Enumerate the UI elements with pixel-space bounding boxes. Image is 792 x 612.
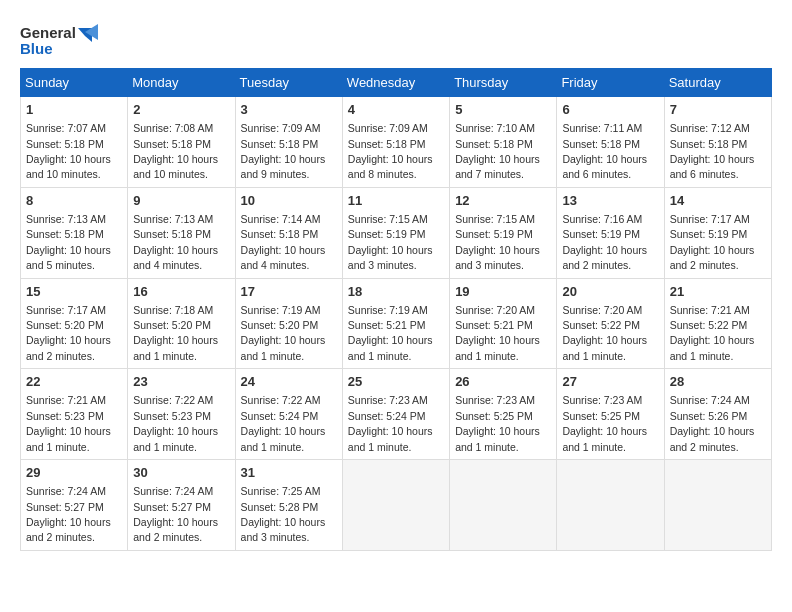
calendar-cell: 3 Sunrise: 7:09 AMSunset: 5:18 PMDayligh… [235,97,342,188]
day-header-tuesday: Tuesday [235,69,342,97]
calendar-cell: 4 Sunrise: 7:09 AMSunset: 5:18 PMDayligh… [342,97,449,188]
day-info: Sunrise: 7:22 AMSunset: 5:23 PMDaylight:… [133,394,218,452]
calendar-cell: 30 Sunrise: 7:24 AMSunset: 5:27 PMDaylig… [128,460,235,551]
day-number: 17 [241,283,337,301]
day-info: Sunrise: 7:18 AMSunset: 5:20 PMDaylight:… [133,304,218,362]
day-number: 1 [26,101,122,119]
page-header: General Blue [20,20,772,64]
day-header-thursday: Thursday [450,69,557,97]
calendar-cell: 24 Sunrise: 7:22 AMSunset: 5:24 PMDaylig… [235,369,342,460]
day-info: Sunrise: 7:13 AMSunset: 5:18 PMDaylight:… [26,213,111,271]
calendar-cell: 9 Sunrise: 7:13 AMSunset: 5:18 PMDayligh… [128,187,235,278]
calendar-cell: 10 Sunrise: 7:14 AMSunset: 5:18 PMDaylig… [235,187,342,278]
day-info: Sunrise: 7:17 AMSunset: 5:19 PMDaylight:… [670,213,755,271]
day-number: 23 [133,373,229,391]
calendar-cell: 22 Sunrise: 7:21 AMSunset: 5:23 PMDaylig… [21,369,128,460]
day-info: Sunrise: 7:25 AMSunset: 5:28 PMDaylight:… [241,485,326,543]
calendar-cell: 12 Sunrise: 7:15 AMSunset: 5:19 PMDaylig… [450,187,557,278]
day-info: Sunrise: 7:24 AMSunset: 5:27 PMDaylight:… [26,485,111,543]
calendar-table: SundayMondayTuesdayWednesdayThursdayFrid… [20,68,772,551]
day-header-sunday: Sunday [21,69,128,97]
day-info: Sunrise: 7:22 AMSunset: 5:24 PMDaylight:… [241,394,326,452]
day-number: 29 [26,464,122,482]
calendar-cell: 28 Sunrise: 7:24 AMSunset: 5:26 PMDaylig… [664,369,771,460]
calendar-cell [557,460,664,551]
calendar-cell: 18 Sunrise: 7:19 AMSunset: 5:21 PMDaylig… [342,278,449,369]
calendar-cell: 8 Sunrise: 7:13 AMSunset: 5:18 PMDayligh… [21,187,128,278]
day-header-saturday: Saturday [664,69,771,97]
day-info: Sunrise: 7:09 AMSunset: 5:18 PMDaylight:… [241,122,326,180]
day-number: 7 [670,101,766,119]
day-header-wednesday: Wednesday [342,69,449,97]
day-number: 8 [26,192,122,210]
calendar-cell: 1 Sunrise: 7:07 AMSunset: 5:18 PMDayligh… [21,97,128,188]
day-number: 2 [133,101,229,119]
day-number: 20 [562,283,658,301]
calendar-cell: 17 Sunrise: 7:19 AMSunset: 5:20 PMDaylig… [235,278,342,369]
svg-text:General: General [20,24,76,41]
day-info: Sunrise: 7:17 AMSunset: 5:20 PMDaylight:… [26,304,111,362]
day-info: Sunrise: 7:20 AMSunset: 5:22 PMDaylight:… [562,304,647,362]
calendar-cell: 23 Sunrise: 7:22 AMSunset: 5:23 PMDaylig… [128,369,235,460]
day-number: 16 [133,283,229,301]
day-number: 12 [455,192,551,210]
day-info: Sunrise: 7:13 AMSunset: 5:18 PMDaylight:… [133,213,218,271]
day-header-monday: Monday [128,69,235,97]
day-info: Sunrise: 7:14 AMSunset: 5:18 PMDaylight:… [241,213,326,271]
day-number: 28 [670,373,766,391]
calendar-cell: 13 Sunrise: 7:16 AMSunset: 5:19 PMDaylig… [557,187,664,278]
day-number: 21 [670,283,766,301]
calendar-cell: 25 Sunrise: 7:23 AMSunset: 5:24 PMDaylig… [342,369,449,460]
day-number: 9 [133,192,229,210]
day-number: 13 [562,192,658,210]
day-number: 15 [26,283,122,301]
day-number: 30 [133,464,229,482]
day-info: Sunrise: 7:24 AMSunset: 5:26 PMDaylight:… [670,394,755,452]
logo: General Blue [20,20,100,64]
day-info: Sunrise: 7:11 AMSunset: 5:18 PMDaylight:… [562,122,647,180]
calendar-week-row: 15 Sunrise: 7:17 AMSunset: 5:20 PMDaylig… [21,278,772,369]
calendar-cell: 6 Sunrise: 7:11 AMSunset: 5:18 PMDayligh… [557,97,664,188]
calendar-cell: 29 Sunrise: 7:24 AMSunset: 5:27 PMDaylig… [21,460,128,551]
svg-text:Blue: Blue [20,40,53,57]
calendar-cell: 16 Sunrise: 7:18 AMSunset: 5:20 PMDaylig… [128,278,235,369]
day-info: Sunrise: 7:21 AMSunset: 5:23 PMDaylight:… [26,394,111,452]
calendar-cell: 31 Sunrise: 7:25 AMSunset: 5:28 PMDaylig… [235,460,342,551]
day-number: 22 [26,373,122,391]
day-info: Sunrise: 7:09 AMSunset: 5:18 PMDaylight:… [348,122,433,180]
calendar-cell: 21 Sunrise: 7:21 AMSunset: 5:22 PMDaylig… [664,278,771,369]
calendar-cell: 7 Sunrise: 7:12 AMSunset: 5:18 PMDayligh… [664,97,771,188]
day-number: 19 [455,283,551,301]
day-number: 14 [670,192,766,210]
calendar-cell: 15 Sunrise: 7:17 AMSunset: 5:20 PMDaylig… [21,278,128,369]
calendar-week-row: 8 Sunrise: 7:13 AMSunset: 5:18 PMDayligh… [21,187,772,278]
day-number: 18 [348,283,444,301]
day-info: Sunrise: 7:24 AMSunset: 5:27 PMDaylight:… [133,485,218,543]
calendar-cell [342,460,449,551]
day-info: Sunrise: 7:15 AMSunset: 5:19 PMDaylight:… [348,213,433,271]
day-info: Sunrise: 7:10 AMSunset: 5:18 PMDaylight:… [455,122,540,180]
calendar-cell [450,460,557,551]
day-number: 31 [241,464,337,482]
calendar-cell: 2 Sunrise: 7:08 AMSunset: 5:18 PMDayligh… [128,97,235,188]
day-number: 10 [241,192,337,210]
calendar-cell: 5 Sunrise: 7:10 AMSunset: 5:18 PMDayligh… [450,97,557,188]
day-info: Sunrise: 7:23 AMSunset: 5:24 PMDaylight:… [348,394,433,452]
day-info: Sunrise: 7:15 AMSunset: 5:19 PMDaylight:… [455,213,540,271]
calendar-cell: 20 Sunrise: 7:20 AMSunset: 5:22 PMDaylig… [557,278,664,369]
day-header-friday: Friday [557,69,664,97]
day-info: Sunrise: 7:08 AMSunset: 5:18 PMDaylight:… [133,122,218,180]
day-number: 5 [455,101,551,119]
calendar-week-row: 29 Sunrise: 7:24 AMSunset: 5:27 PMDaylig… [21,460,772,551]
day-info: Sunrise: 7:19 AMSunset: 5:21 PMDaylight:… [348,304,433,362]
day-number: 3 [241,101,337,119]
day-number: 24 [241,373,337,391]
calendar-cell: 11 Sunrise: 7:15 AMSunset: 5:19 PMDaylig… [342,187,449,278]
day-info: Sunrise: 7:23 AMSunset: 5:25 PMDaylight:… [455,394,540,452]
calendar-cell: 19 Sunrise: 7:20 AMSunset: 5:21 PMDaylig… [450,278,557,369]
day-info: Sunrise: 7:23 AMSunset: 5:25 PMDaylight:… [562,394,647,452]
day-number: 4 [348,101,444,119]
calendar-cell: 14 Sunrise: 7:17 AMSunset: 5:19 PMDaylig… [664,187,771,278]
day-info: Sunrise: 7:21 AMSunset: 5:22 PMDaylight:… [670,304,755,362]
day-info: Sunrise: 7:20 AMSunset: 5:21 PMDaylight:… [455,304,540,362]
